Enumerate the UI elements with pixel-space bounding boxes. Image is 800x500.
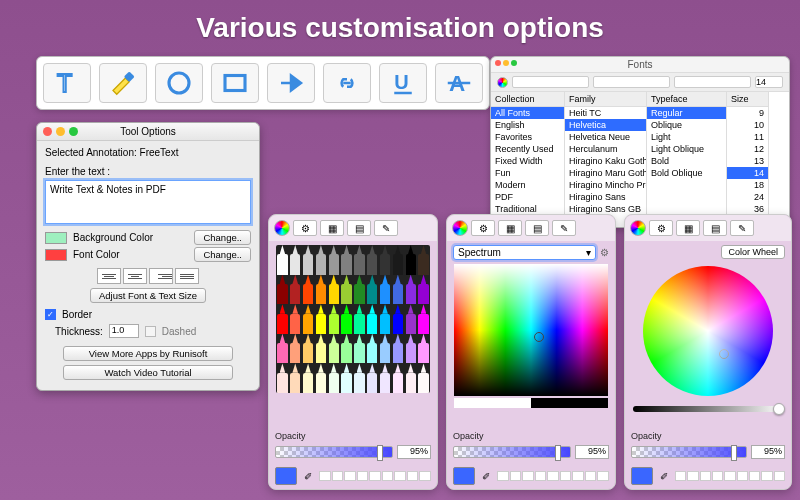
align-justify-button[interactable]	[175, 268, 199, 284]
change-bg-color-button[interactable]: Change..	[194, 230, 251, 245]
list-item[interactable]: Bold	[647, 155, 726, 167]
opacity-value[interactable]: 95%	[575, 445, 609, 459]
color-tab-sliders[interactable]: ⚙	[293, 220, 317, 236]
pencil-swatch[interactable]	[276, 363, 289, 393]
pencil-swatch[interactable]	[302, 363, 315, 393]
eyedropper-icon[interactable]: ✐	[301, 469, 315, 483]
window-controls[interactable]	[495, 60, 517, 66]
pencil-swatch[interactable]	[302, 304, 315, 334]
picker-target-icon[interactable]	[719, 349, 729, 359]
pencil-swatch[interactable]	[327, 304, 340, 334]
list-item[interactable]: Recently Used	[491, 143, 564, 155]
list-item[interactable]: 9	[727, 107, 768, 119]
pencil-swatch[interactable]	[366, 304, 379, 334]
opacity-value[interactable]: 95%	[397, 445, 431, 459]
pencil-swatch[interactable]	[417, 275, 430, 305]
pencil-swatch[interactable]	[314, 363, 327, 393]
pencil-swatch[interactable]	[302, 334, 315, 364]
color-wheel-icon[interactable]	[630, 220, 646, 236]
adjust-font-button[interactable]: Adjust Font & Text Size	[90, 288, 206, 303]
arrow-tool-button[interactable]	[267, 63, 315, 103]
circle-tool-button[interactable]	[155, 63, 203, 103]
pencil-swatch[interactable]	[276, 304, 289, 334]
list-item[interactable]: Light	[647, 131, 726, 143]
pencil-swatch[interactable]	[340, 275, 353, 305]
color-tab-palette[interactable]: ▦	[498, 220, 522, 236]
color-wells[interactable]	[497, 471, 609, 481]
pencil-swatch[interactable]	[340, 245, 353, 275]
window-controls[interactable]	[43, 127, 78, 136]
list-item[interactable]: 14	[727, 167, 768, 179]
pencil-swatch[interactable]	[289, 334, 302, 364]
pencil-swatch[interactable]	[417, 363, 430, 393]
pencil-swatch[interactable]	[340, 334, 353, 364]
list-item[interactable]: Favorites	[491, 131, 564, 143]
current-color-swatch[interactable]	[631, 467, 653, 485]
pencil-swatch[interactable]	[327, 275, 340, 305]
link-tool-button[interactable]	[323, 63, 371, 103]
pencil-swatch[interactable]	[366, 363, 379, 393]
color-wheel-icon[interactable]	[497, 77, 508, 88]
list-item[interactable]: 10	[727, 119, 768, 131]
color-tab-pencils[interactable]: ✎	[730, 220, 754, 236]
brightness-slider[interactable]	[633, 406, 783, 412]
sizes-list[interactable]: 9101112131418243648647296	[727, 107, 769, 227]
list-item[interactable]: Regular	[647, 107, 726, 119]
align-center-button[interactable]	[123, 268, 147, 284]
spectrum-picker[interactable]	[454, 264, 608, 396]
pencil-swatch[interactable]	[314, 245, 327, 275]
color-tab-pencils[interactable]: ✎	[374, 220, 398, 236]
color-wells[interactable]	[675, 471, 785, 481]
pencil-swatch[interactable]	[379, 245, 392, 275]
rectangle-tool-button[interactable]	[211, 63, 259, 103]
color-tab-palette[interactable]: ▦	[320, 220, 344, 236]
pencil-swatch[interactable]	[340, 363, 353, 393]
list-item[interactable]: 11	[727, 131, 768, 143]
list-item[interactable]: All Fonts	[491, 107, 564, 119]
picker-target-icon[interactable]	[534, 332, 544, 342]
current-color-swatch[interactable]	[453, 467, 475, 485]
font-size-field[interactable]: 14	[755, 76, 783, 88]
color-wells[interactable]	[319, 471, 431, 481]
pencil-swatch[interactable]	[353, 245, 366, 275]
dashed-checkbox[interactable]	[145, 326, 156, 337]
list-item[interactable]: Fun	[491, 167, 564, 179]
pencil-swatch[interactable]	[327, 363, 340, 393]
pencil-swatch[interactable]	[276, 275, 289, 305]
pencil-swatch[interactable]	[417, 245, 430, 275]
list-item[interactable]: Bold Oblique	[647, 167, 726, 179]
list-item[interactable]: English	[491, 119, 564, 131]
pencil-swatch[interactable]	[353, 275, 366, 305]
pencil-swatch[interactable]	[366, 334, 379, 364]
list-item[interactable]: 24	[727, 191, 768, 203]
pencil-swatch[interactable]	[276, 245, 289, 275]
pencil-swatch[interactable]	[404, 334, 417, 364]
border-checkbox[interactable]	[45, 309, 56, 320]
list-item[interactable]: Helvetica Neue	[565, 131, 646, 143]
pencil-swatch[interactable]	[391, 334, 404, 364]
color-wheel-icon[interactable]	[452, 220, 468, 236]
families-list[interactable]: Heiti TCHelveticaHelvetica NeueHerculanu…	[565, 107, 647, 227]
pencil-swatch[interactable]	[302, 275, 315, 305]
pencil-swatch[interactable]	[391, 275, 404, 305]
color-tab-pencils[interactable]: ✎	[552, 220, 576, 236]
list-item[interactable]: Herculanum	[565, 143, 646, 155]
pencil-swatch[interactable]	[404, 304, 417, 334]
pencil-swatch[interactable]	[379, 334, 392, 364]
color-tab-sliders[interactable]: ⚙	[471, 220, 495, 236]
pencil-swatch[interactable]	[340, 304, 353, 334]
font-style-segment[interactable]	[512, 76, 589, 88]
pencil-swatch[interactable]	[302, 245, 315, 275]
pencil-swatch[interactable]	[366, 245, 379, 275]
pencil-swatch[interactable]	[404, 275, 417, 305]
pencil-swatch[interactable]	[327, 245, 340, 275]
color-tab-spectrum[interactable]: ▤	[347, 220, 371, 236]
color-tab-sliders[interactable]: ⚙	[649, 220, 673, 236]
list-item[interactable]: Hiragino Kaku Gothi	[565, 155, 646, 167]
pencil-swatch[interactable]	[289, 275, 302, 305]
text-tool-button[interactable]: T	[43, 63, 91, 103]
list-item[interactable]: 12	[727, 143, 768, 155]
list-item[interactable]: Heiti TC	[565, 107, 646, 119]
pencil-swatch[interactable]	[391, 304, 404, 334]
bw-strip[interactable]	[454, 398, 608, 408]
